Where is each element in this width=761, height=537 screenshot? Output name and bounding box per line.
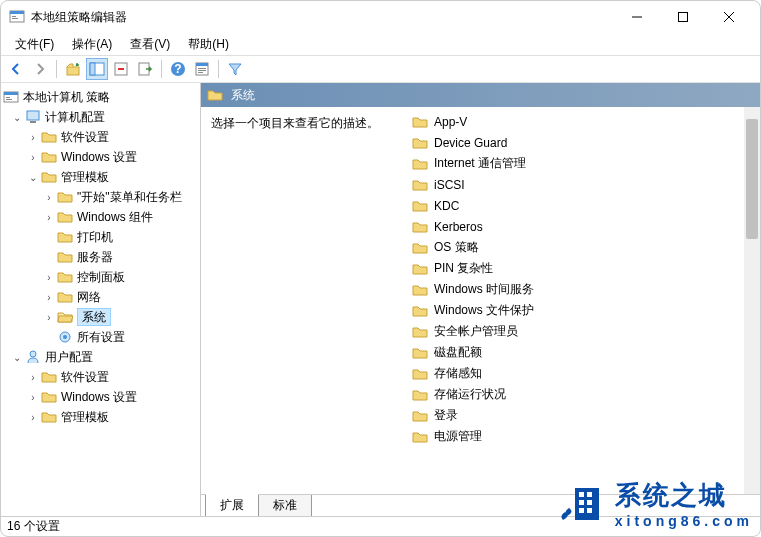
forward-button[interactable] [29, 58, 51, 80]
folder-icon [412, 408, 428, 424]
folder-icon [41, 389, 57, 405]
vertical-scrollbar[interactable] [744, 107, 760, 494]
menu-file[interactable]: 文件(F) [7, 34, 62, 55]
back-button[interactable] [5, 58, 27, 80]
folder-icon [412, 429, 428, 445]
tree-label: Windows 设置 [61, 389, 137, 406]
description-text: 选择一个项目来查看它的描述。 [211, 116, 379, 130]
folder-icon [41, 149, 57, 165]
tree-windows-components[interactable]: › Windows 组件 [1, 207, 200, 227]
menu-action[interactable]: 操作(A) [64, 34, 120, 55]
list-item[interactable]: Windows 文件保护 [406, 300, 760, 321]
tree-windows-settings[interactable]: › Windows 设置 [1, 147, 200, 167]
minimize-button[interactable] [614, 1, 660, 33]
chevron-right-icon[interactable]: › [25, 409, 41, 425]
titlebar: 本地组策略编辑器 [1, 1, 760, 33]
tree-label: Windows 设置 [61, 149, 137, 166]
tree-label: 软件设置 [61, 129, 109, 146]
app-icon [9, 9, 25, 25]
chevron-down-icon[interactable]: ⌄ [25, 169, 41, 185]
properties-button[interactable] [191, 58, 213, 80]
tree-user-windows[interactable]: › Windows 设置 [1, 387, 200, 407]
chevron-right-icon[interactable]: › [41, 309, 57, 325]
folder-icon [412, 135, 428, 151]
export-button[interactable] [134, 58, 156, 80]
menu-view[interactable]: 查看(V) [122, 34, 178, 55]
help-button[interactable]: ? [167, 58, 189, 80]
list-item[interactable]: iSCSI [406, 174, 760, 195]
svg-rect-1 [10, 11, 24, 14]
list-item-label: OS 策略 [434, 239, 479, 256]
list-item[interactable]: Windows 时间服务 [406, 279, 760, 300]
tree-control-panel[interactable]: › 控制面板 [1, 267, 200, 287]
svg-rect-25 [30, 121, 36, 123]
list-item[interactable]: 存储运行状况 [406, 384, 760, 405]
list-item[interactable]: PIN 复杂性 [406, 258, 760, 279]
menu-help[interactable]: 帮助(H) [180, 34, 237, 55]
chevron-right-icon[interactable]: › [25, 389, 41, 405]
toolbar: ? [1, 55, 760, 83]
list-item[interactable]: OS 策略 [406, 237, 760, 258]
list-item[interactable]: App-V [406, 111, 760, 132]
tree-label: 用户配置 [45, 349, 93, 366]
close-button[interactable] [706, 1, 752, 33]
tree-user-software[interactable]: › 软件设置 [1, 367, 200, 387]
tree-printers[interactable]: 打印机 [1, 227, 200, 247]
maximize-button[interactable] [660, 1, 706, 33]
show-hide-tree-button[interactable] [86, 58, 108, 80]
filter-button[interactable] [224, 58, 246, 80]
tree-all-settings[interactable]: 所有设置 [1, 327, 200, 347]
folder-icon [41, 169, 57, 185]
list-item[interactable]: 安全帐户管理员 [406, 321, 760, 342]
chevron-right-icon[interactable]: › [41, 209, 57, 225]
svg-rect-23 [6, 99, 12, 100]
tree-computer-config[interactable]: ⌄ 计算机配置 [1, 107, 200, 127]
tree-server[interactable]: 服务器 [1, 247, 200, 267]
chevron-right-icon[interactable]: › [41, 269, 57, 285]
scroll-thumb[interactable] [746, 119, 758, 239]
delete-button[interactable] [110, 58, 132, 80]
tree-network[interactable]: › 网络 [1, 287, 200, 307]
tab-extended[interactable]: 扩展 [205, 494, 259, 516]
items-column[interactable]: App-VDevice GuardInternet 通信管理iSCSIKDCKe… [406, 107, 760, 494]
tree-pane[interactable]: 本地计算机 策略 ⌄ 计算机配置 › 软件设置 › Windows 设置 ⌄ 管 [1, 83, 201, 516]
tree-software-settings[interactable]: › 软件设置 [1, 127, 200, 147]
svg-rect-18 [198, 70, 206, 71]
chevron-down-icon[interactable]: ⌄ [9, 109, 25, 125]
tab-standard[interactable]: 标准 [258, 495, 312, 516]
toolbar-separator [218, 60, 219, 78]
list-item-label: iSCSI [434, 178, 465, 192]
list-item[interactable]: KDC [406, 195, 760, 216]
list-item[interactable]: 磁盘配额 [406, 342, 760, 363]
folder-icon [41, 369, 57, 385]
toolbar-separator [161, 60, 162, 78]
list-item[interactable]: 电源管理 [406, 426, 760, 447]
folder-icon [412, 114, 428, 130]
list-item[interactable]: 登录 [406, 405, 760, 426]
tree-root[interactable]: 本地计算机 策略 [1, 87, 200, 107]
chevron-right-icon[interactable]: › [41, 189, 57, 205]
list-item-label: 存储感知 [434, 365, 482, 382]
folder-icon [412, 387, 428, 403]
tree-system[interactable]: › 系统 [1, 307, 200, 327]
statusbar: 16 个设置 [1, 516, 760, 536]
folder-icon [57, 289, 73, 305]
up-button[interactable] [62, 58, 84, 80]
folder-icon [412, 219, 428, 235]
list-item[interactable]: Kerberos [406, 216, 760, 237]
tree-user-config[interactable]: ⌄ 用户配置 [1, 347, 200, 367]
list-item[interactable]: 存储感知 [406, 363, 760, 384]
tree-user-admin[interactable]: › 管理模板 [1, 407, 200, 427]
chevron-right-icon[interactable]: › [41, 289, 57, 305]
chevron-right-icon[interactable]: › [25, 369, 41, 385]
tree-start-menu[interactable]: › "开始"菜单和任务栏 [1, 187, 200, 207]
status-text: 16 个设置 [7, 518, 60, 535]
tree-admin-templates[interactable]: ⌄ 管理模板 [1, 167, 200, 187]
chevron-down-icon[interactable]: ⌄ [9, 349, 25, 365]
chevron-right-icon[interactable]: › [25, 129, 41, 145]
svg-rect-3 [12, 18, 18, 19]
list-item[interactable]: Device Guard [406, 132, 760, 153]
list-item[interactable]: Internet 通信管理 [406, 153, 760, 174]
chevron-right-icon[interactable]: › [25, 149, 41, 165]
folder-icon [207, 87, 223, 103]
